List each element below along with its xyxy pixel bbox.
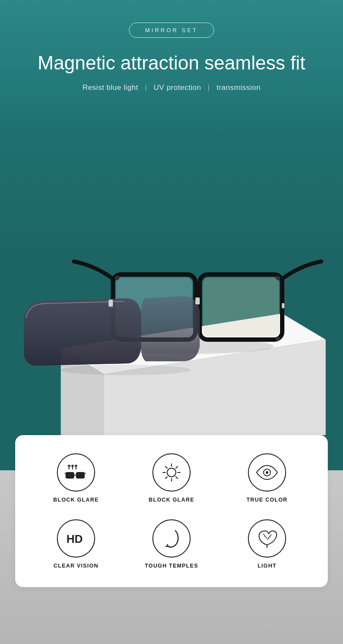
screw-tl xyxy=(115,276,119,280)
tough-temples-label: TOUGH TEMPLES xyxy=(145,563,198,569)
block-glare-1-icon-circle xyxy=(57,453,95,492)
clear-vision-label: CLEAR VISION xyxy=(53,563,98,569)
magnet-clip-right xyxy=(195,297,200,304)
magnet-clip-left xyxy=(109,300,113,307)
separator-1: | xyxy=(145,83,147,92)
page-title: Magnetic attraction seamless fit xyxy=(0,52,343,75)
screw-tr xyxy=(276,276,280,280)
features-row-2: HD CLEAR VISION TOUGH TEMPLES xyxy=(28,519,315,569)
nose-pad-right xyxy=(282,303,284,308)
hd-icon: HD xyxy=(65,532,87,545)
svg-line-15 xyxy=(165,477,167,479)
left-clipon-gradient xyxy=(24,298,141,366)
right-lens xyxy=(203,277,279,337)
feature-card: BLOCK GLARE xyxy=(15,435,328,587)
tough-temples-icon-circle xyxy=(152,519,191,558)
svg-point-7 xyxy=(167,468,176,477)
glasses-scene-svg xyxy=(0,105,343,435)
true-color-icon-circle xyxy=(248,453,286,492)
svg-line-12 xyxy=(165,466,167,468)
left-temple xyxy=(74,261,113,279)
right-clipon-lens xyxy=(141,296,200,361)
light-icon-circle xyxy=(248,519,286,558)
screw-br xyxy=(276,337,280,341)
feature-clear-vision: HD CLEAR VISION xyxy=(41,519,111,569)
eye-icon xyxy=(256,465,278,480)
clipon-shadow xyxy=(61,365,191,375)
svg-line-14 xyxy=(176,466,178,468)
features-row-1: BLOCK GLARE xyxy=(28,453,315,503)
svg-line-13 xyxy=(176,477,178,479)
feature-uv: UV protection xyxy=(154,83,201,92)
feature-tough-temples: TOUGH TEMPLES xyxy=(137,519,206,569)
mirror-set-badge: MIRROR SET xyxy=(129,23,214,38)
feature-transmission: transmission xyxy=(217,83,261,92)
feature-light: LIGHT xyxy=(232,519,302,569)
light-label: LIGHT xyxy=(257,563,277,569)
right-temple xyxy=(282,261,321,279)
sun-icon xyxy=(161,462,182,483)
svg-line-5 xyxy=(65,473,66,474)
feature-resist-blue: Resist blue light xyxy=(82,83,139,92)
separator-2: | xyxy=(208,83,210,92)
features-subtitle: Resist blue light | UV protection | tran… xyxy=(0,83,343,92)
svg-text:HD: HD xyxy=(66,532,83,545)
block-glare-2-icon-circle xyxy=(152,453,191,492)
true-color-label: TRUE COLOR xyxy=(247,497,288,503)
svg-rect-3 xyxy=(66,472,74,479)
feather-icon xyxy=(256,528,278,548)
svg-rect-4 xyxy=(76,472,85,479)
feature-true-color: TRUE COLOR xyxy=(232,453,302,503)
svg-line-6 xyxy=(85,473,86,474)
content-layer: MIRROR SET Magnetic attraction seamless … xyxy=(0,0,343,587)
feature-block-glare-1: BLOCK GLARE xyxy=(41,453,111,503)
rotate-icon xyxy=(162,527,181,550)
feature-block-glare-2: BLOCK GLARE xyxy=(137,453,206,503)
page-wrapper: MIRROR SET Magnetic attraction seamless … xyxy=(0,0,343,644)
block-glare-1-label: BLOCK GLARE xyxy=(53,497,99,503)
clear-vision-icon-circle: HD xyxy=(57,519,95,558)
block-glare-2-label: BLOCK GLARE xyxy=(149,497,195,503)
glasses-scene xyxy=(0,105,343,435)
top-section: MIRROR SET Magnetic attraction seamless … xyxy=(0,0,343,92)
svg-point-17 xyxy=(266,471,268,474)
sunglasses-icon xyxy=(65,463,87,482)
